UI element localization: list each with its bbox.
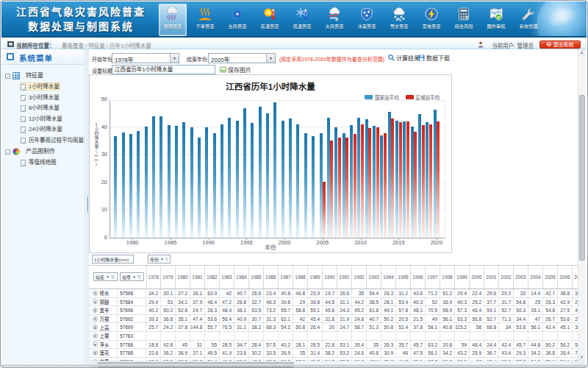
table-row-上栗: 上栗57783 — [89, 332, 578, 341]
tree-item-1小时降水量[interactable]: 1小时降水量 — [1, 82, 85, 93]
vertical-scroll-thumb[interactable] — [579, 95, 585, 261]
year-column-header[interactable]: 1984 — [234, 266, 249, 289]
year-column-header[interactable]: 1992 — [352, 266, 367, 289]
year-column-header[interactable]: 1979 — [161, 266, 176, 289]
value-cell: 31.4 — [308, 349, 323, 357]
nav-item-lightning[interactable]: 雷电普查 — [417, 4, 445, 36]
tree-item-等值线地图[interactable]: 等值线地图 — [1, 158, 85, 169]
value-cell: 31.1 — [337, 298, 352, 306]
value-cell: 58.8 — [293, 306, 308, 314]
year-column-header[interactable]: 1999 — [455, 266, 470, 289]
save-image-button[interactable]: 保存图片 — [220, 66, 251, 74]
station-id-field-box[interactable]: 站号 ▼ — [120, 272, 144, 281]
nav-item-snow[interactable]: 雪灾普查 — [385, 4, 413, 36]
station-name-cell[interactable]: 上栗 — [90, 332, 118, 340]
expand-row-icon[interactable] — [93, 316, 98, 322]
year-column-header[interactable]: 1982 — [205, 266, 220, 289]
year-column-header[interactable]: 2000 — [470, 266, 484, 289]
bar-国家站平均-1980 — [129, 134, 132, 238]
year-column-header[interactable]: 1989 — [308, 266, 323, 289]
expand-row-icon[interactable] — [93, 308, 98, 313]
station-name-cell[interactable]: 莲花 — [90, 349, 118, 357]
value-cell: 28.1 — [293, 341, 308, 349]
nav-item-typhoon[interactable]: 台风普查 — [223, 4, 251, 36]
year-column-header[interactable]: 1986 — [264, 266, 279, 289]
year-column-header[interactable]: 2004 — [528, 266, 543, 289]
y-tick-label: 50 — [93, 96, 107, 102]
year-column-header[interactable]: 2005 — [543, 266, 558, 289]
value-cell: 26.3 — [381, 289, 396, 297]
end-year-select[interactable]: 2020年 ▼ — [208, 53, 276, 63]
station-name-cell[interactable]: 萍乡 — [90, 341, 118, 349]
calc-result-button[interactable]: 计算结果 — [388, 54, 420, 62]
year-column-header[interactable]: 1993 — [367, 266, 381, 289]
nav-item-high-temp[interactable]: 高温普查 — [256, 4, 284, 36]
year-column-header[interactable]: 2007 — [573, 266, 578, 289]
year-column-header[interactable]: 1996 — [411, 266, 426, 289]
expand-row-icon[interactable] — [93, 325, 98, 330]
bar-国家站平均-1994 — [236, 121, 239, 238]
year-column-header[interactable]: 1985 — [249, 266, 264, 289]
year-column-header[interactable]: 1990 — [323, 266, 337, 289]
year-column-header[interactable]: 1997 — [426, 266, 440, 289]
year-column-header[interactable]: 1978 — [146, 266, 161, 289]
value-cell: 40.3 — [411, 298, 426, 306]
year-column-header[interactable]: 1988 — [293, 266, 308, 289]
nav-item-risk-calc[interactable]: 综合风险 — [450, 4, 478, 36]
x-tick-mark — [398, 238, 399, 240]
nav-item-rainstorm[interactable]: 暴雨普查 — [159, 4, 187, 36]
station-name-cell[interactable]: 修水 — [90, 289, 118, 297]
end-year-value: 2020年 — [211, 55, 230, 63]
start-year-select[interactable]: 1978年 ▼ — [112, 53, 179, 63]
nav-item-drought[interactable]: 干旱普查 — [191, 4, 219, 36]
year-column-header[interactable]: 2006 — [558, 266, 573, 289]
nav-item-system-manage[interactable]: 系统管理 — [514, 4, 542, 36]
nav-item-low-temp[interactable]: 低温普查 — [288, 4, 316, 36]
year-column-header[interactable]: 1991 — [337, 266, 352, 289]
station-name-cell[interactable]: 宜丰 — [90, 306, 118, 314]
year-column-header[interactable]: 1981 — [190, 266, 205, 289]
station-name-field-box[interactable]: 站名 ▼ — [93, 272, 118, 281]
data-download-button[interactable]: 数据下载 — [418, 54, 450, 62]
tree-parent-item[interactable]: -特征量 — [1, 70, 85, 82]
tree-toggle-icon[interactable]: - — [5, 149, 10, 155]
x-tick-mark — [246, 238, 247, 240]
station-name-cell[interactable]: 铜鼓 — [90, 298, 118, 306]
nav-item-gale[interactable]: 大风普查 — [320, 4, 348, 36]
value-cell: 40.8 — [367, 349, 381, 357]
nav-item-hail[interactable]: 冰雹普查 — [353, 4, 381, 36]
nav-item-map-audit[interactable]: 图件审核 — [482, 4, 510, 36]
expand-row-icon[interactable] — [93, 342, 98, 347]
expand-row-icon[interactable] — [93, 291, 98, 296]
vertical-scrollbar[interactable]: ▲ ▼ — [578, 49, 585, 361]
tree-item-6小时降水量[interactable]: 6小时降水量 — [1, 103, 85, 114]
expand-row-icon[interactable] — [93, 299, 98, 304]
year-column-header[interactable]: 1987 — [279, 266, 293, 289]
year-column-header[interactable]: 1995 — [396, 266, 411, 289]
year-column-header[interactable]: 1983 — [220, 266, 234, 289]
tree-item-24小时降水量[interactable]: 24小时降水量 — [1, 124, 85, 135]
value-cell: 40.2 — [279, 341, 293, 349]
expand-row-icon[interactable] — [93, 350, 98, 355]
tree-item-12小时降水量[interactable]: 12小时降水量 — [1, 114, 85, 125]
column-field-box[interactable]: 年份 ▼ — [148, 255, 171, 263]
tree-item-历年暴雨过程平均雨量[interactable]: 历年暴雨过程平均雨量 — [1, 135, 85, 146]
year-column-header[interactable]: 2003 — [514, 266, 528, 289]
scroll-down-icon[interactable]: ▼ — [578, 354, 585, 361]
value-field-box[interactable]: 1小时降水量(mm) — [92, 255, 134, 263]
year-column-header[interactable]: 2001 — [484, 266, 499, 289]
logout-button[interactable]: 退出系统 — [539, 40, 581, 49]
year-column-header[interactable]: 1994 — [381, 266, 396, 289]
tree-parent-item[interactable]: -产品图制作 — [1, 146, 85, 158]
expand-row-icon[interactable] — [93, 333, 98, 339]
year-column-header[interactable]: 1998 — [440, 266, 455, 289]
tree-item-3小时降水量[interactable]: 3小时降水量 — [1, 93, 85, 104]
chart-title-input[interactable]: 江西省历年1小时降水量 — [112, 65, 215, 74]
station-name-cell[interactable]: 万载 — [90, 315, 118, 323]
scroll-up-icon[interactable]: ▲ — [578, 49, 585, 56]
year-column-header[interactable]: 1980 — [176, 266, 190, 289]
station-name-cell[interactable]: 上高 — [90, 323, 118, 331]
year-column-header[interactable]: 2002 — [499, 266, 514, 289]
bar-国家站平均-2015 — [395, 121, 398, 238]
tree-toggle-icon[interactable]: - — [5, 74, 10, 79]
